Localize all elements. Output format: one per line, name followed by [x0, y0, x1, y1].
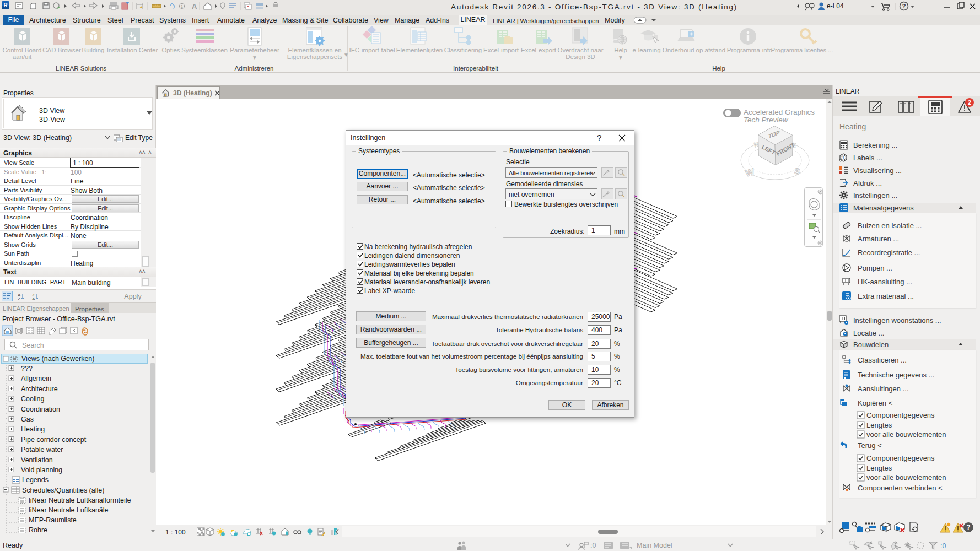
svg-text:?: ? — [966, 523, 970, 531]
svg-text:S: S — [794, 166, 801, 176]
svg-text:W: W — [744, 166, 756, 179]
svg-text::0: :0 — [940, 542, 946, 550]
svg-text:A: A — [32, 296, 35, 300]
svg-text:A: A — [192, 2, 197, 10]
svg-text:1: 1 — [842, 155, 845, 160]
svg-text:e-L04: e-L04 — [827, 2, 844, 10]
svg-text:1: 1 — [181, 4, 183, 8]
svg-text:?: ? — [902, 3, 906, 9]
svg-text:R: R — [3, 2, 8, 8]
svg-text:2: 2 — [968, 99, 971, 106]
svg-text:Z: Z — [18, 296, 20, 300]
